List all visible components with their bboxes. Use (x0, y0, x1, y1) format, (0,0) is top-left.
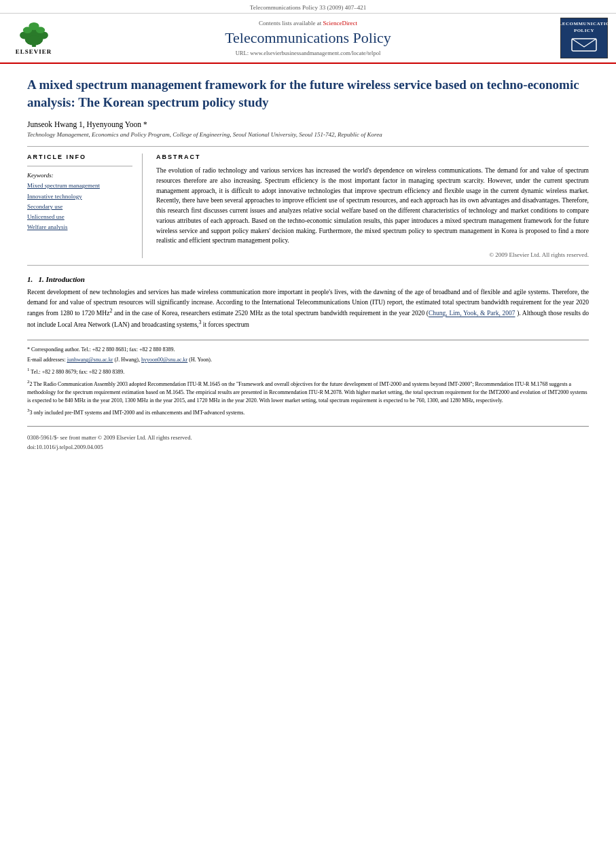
introduction-heading: 1. 1. Introduction (27, 275, 589, 283)
footnote-star: * Corresponding author. Tel.: +82 2 880 … (27, 346, 589, 354)
journal-title-header: Telecommunications Policy (69, 29, 547, 47)
email-link-2[interactable]: hyyoon00@snu.ac.kr (141, 357, 187, 363)
keyword-1[interactable]: Mixed spectrum management (27, 181, 132, 191)
footnotes-divider (27, 340, 589, 340)
journal-header: ELSEVIER Contents lists available at Sci… (0, 14, 616, 64)
top-bar: Telecommunications Policy 33 (2009) 407–… (0, 0, 616, 14)
elsevier-text: ELSEVIER (16, 48, 52, 55)
footnote-2-text: 2 The Radio Communication Assembly 2003 … (27, 381, 587, 404)
affiliation: Technology Management, Economics and Pol… (27, 131, 589, 138)
journal-logo-right: TELECOMMUNICATIONS POLICY (554, 18, 608, 58)
article-info-col: ARTICLE INFO Keywords: Mixed spectrum ma… (27, 154, 143, 258)
footer-line2: doi:10.1016/j.telpol.2009.04.005 (27, 443, 589, 452)
intro-text-2: and in the case of Korea, researchers es… (112, 310, 429, 317)
footnote-3: 33 only included pre-IMT systems and IMT… (27, 407, 589, 417)
abstract-label: ABSTRACT (156, 154, 589, 160)
abstract-col: ABSTRACT The evolution of radio technolo… (156, 154, 589, 258)
footnote-email: E-mail addresses: junhwang@snu.ac.kr (J.… (27, 356, 589, 364)
intro-text-4: it forces spectrum (201, 322, 249, 329)
divider-1 (27, 146, 589, 147)
footnote-2: 22 The Radio Communication Assembly 2003… (27, 378, 589, 405)
keyword-4[interactable]: Unlicensed use (27, 212, 132, 222)
page-footer-divider (27, 426, 589, 427)
science-direct-link[interactable]: ScienceDirect (323, 20, 357, 26)
divider-bottom (27, 265, 589, 266)
abstract-text: The evolution of radio technology and va… (156, 166, 589, 246)
footnotes-area: * Corresponding author. Tel.: +82 2 880 … (27, 346, 589, 416)
elsevier-logo-area: ELSEVIER (8, 20, 62, 57)
elsevier-tree-icon (14, 21, 54, 47)
svg-point-7 (29, 22, 39, 30)
footer-line1: 0308-5961/$- see front matter © 2009 Els… (27, 433, 589, 443)
keywords-list: Mixed spectrum management Innovative tec… (27, 181, 132, 232)
journal-header-center: Contents lists available at ScienceDirec… (69, 20, 547, 56)
article-title: A mixed spectrum management framework fo… (27, 76, 589, 111)
page-footer: 0308-5961/$- see front matter © 2009 Els… (27, 433, 589, 452)
authors: Junseok Hwang 1, Hyenyoung Yoon * (27, 120, 589, 128)
logo-line1: TELECOMMUNICATIONS (551, 21, 616, 28)
section-title: 1. Introduction (39, 275, 85, 283)
elsevier-logo: ELSEVIER (8, 20, 59, 57)
page: Telecommunications Policy 33 (2009) 407–… (0, 0, 616, 841)
divider-info (27, 166, 132, 166)
two-col-section: ARTICLE INFO Keywords: Mixed spectrum ma… (27, 154, 589, 258)
footnote-3-text: 3 only included pre-IMT systems and IMT-… (30, 409, 245, 415)
keyword-5[interactable]: Welfare analysis (27, 222, 132, 232)
logo-line2: POLICY (551, 28, 616, 35)
chung-ref[interactable]: Chung, Lim, Yook, & Park, 2007 (429, 310, 515, 317)
science-direct-line: Contents lists available at ScienceDirec… (69, 20, 547, 26)
intro-paragraph: Recent development of new technologies a… (27, 287, 589, 330)
keywords-label: Keywords: (27, 172, 132, 179)
keyword-2[interactable]: Innovative technology (27, 192, 132, 202)
email-label: E-mail addresses: (27, 357, 67, 363)
email-link-1[interactable]: junhwang@snu.ac.kr (67, 357, 113, 363)
copyright: © 2009 Elsevier Ltd. All rights reserved… (156, 251, 589, 258)
svg-rect-8 (572, 39, 596, 51)
footnote-1: 1 Tel.: +82 2 880 8679; fax: +82 2 880 8… (27, 366, 589, 376)
article-content: A mixed spectrum management framework fo… (0, 64, 616, 464)
section-number: 1. (27, 275, 33, 283)
journal-url: URL: www.elsevierbusinessandmanagement.c… (69, 50, 547, 56)
journal-logo-box: TELECOMMUNICATIONS POLICY (560, 18, 608, 58)
article-info-label: ARTICLE INFO (27, 154, 132, 160)
logo-icon (570, 36, 598, 55)
keyword-3[interactable]: Secondary use (27, 202, 132, 212)
journal-citation: Telecommunications Policy 33 (2009) 407–… (250, 4, 366, 11)
